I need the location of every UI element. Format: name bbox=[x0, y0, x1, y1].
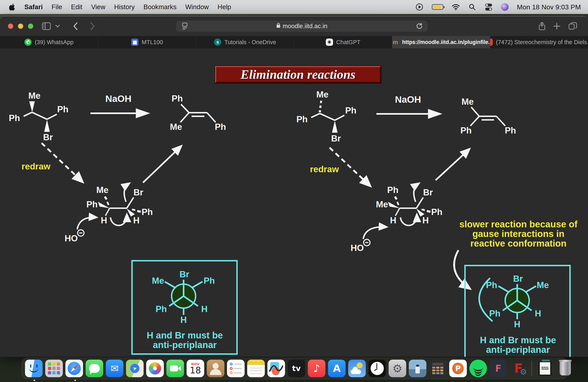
menu-item-file[interactable]: File bbox=[52, 3, 62, 11]
new-tab-icon[interactable] bbox=[553, 22, 560, 30]
reload-icon[interactable] bbox=[416, 23, 423, 30]
youtube-favicon: ▶ bbox=[490, 38, 493, 46]
tab-label: MTL100 bbox=[142, 39, 163, 46]
tab-whatsapp[interactable]: ✆ (39) WhatsApp bbox=[0, 36, 98, 48]
freeform-dock-icon[interactable] bbox=[267, 360, 285, 377]
tab-overview-icon[interactable] bbox=[568, 22, 577, 30]
left-sawhorse-structure: Me Ph H Br Ph H HO bbox=[64, 183, 153, 243]
flashcards-f-dock-icon[interactable]: F bbox=[490, 360, 507, 377]
svg-text:anti-periplanar: anti-periplanar bbox=[153, 340, 217, 350]
left-product-structure: Ph Me Ph bbox=[170, 94, 226, 132]
menu-item-help[interactable]: Help bbox=[218, 3, 231, 11]
pdf-slide: Elimination reactions Me Ph Ph bbox=[0, 48, 588, 357]
clock-dock-icon[interactable] bbox=[368, 360, 386, 377]
svg-text:H: H bbox=[201, 304, 208, 314]
apple-tv-dock-icon[interactable]: tv bbox=[288, 360, 305, 377]
svg-text:Ph: Ph bbox=[215, 122, 226, 132]
svg-text:Ph: Ph bbox=[345, 105, 357, 115]
url-domain-text: moodle.iitd.ac.in bbox=[283, 22, 327, 30]
right-reactant-structure: Me Ph Ph Br bbox=[296, 90, 357, 143]
svg-text:redraw: redraw bbox=[21, 161, 51, 171]
apple-menu-icon[interactable] bbox=[9, 3, 16, 11]
music-dock-icon[interactable]: ♪ bbox=[308, 360, 325, 377]
safari-dock-icon[interactable] bbox=[65, 360, 83, 377]
minimize-window-button[interactable] bbox=[18, 24, 23, 29]
whatsapp-favicon: ✆ bbox=[24, 38, 32, 46]
dock-separator bbox=[532, 361, 532, 376]
reminders-dock-icon[interactable] bbox=[227, 360, 245, 377]
menu-item-view[interactable]: View bbox=[91, 3, 105, 11]
svg-text:H: H bbox=[133, 215, 140, 225]
right-product-structure: Me Ph Ph bbox=[461, 97, 516, 135]
right-newman-box: Br Ph Me Ph H H H and Br must be anti-pe… bbox=[465, 266, 570, 357]
menu-item-window[interactable]: Window bbox=[185, 3, 209, 11]
menu-item-history[interactable]: History bbox=[114, 3, 135, 11]
address-bar[interactable]: moodle.iitd.ac.in bbox=[176, 20, 428, 32]
tab-moodle-pluginfile-active[interactable]: ✕ m https://moodle.iitd.ac.in/pluginfile… bbox=[392, 36, 490, 48]
svg-text:Ph: Ph bbox=[86, 199, 98, 209]
menu-item-bookmarks[interactable]: Bookmarks bbox=[143, 3, 176, 11]
menu-item-edit[interactable]: Edit bbox=[71, 3, 83, 11]
trash-dock-icon[interactable] bbox=[556, 360, 574, 377]
messages-dock-icon[interactable] bbox=[85, 360, 103, 377]
battery-icon[interactable] bbox=[432, 4, 443, 10]
freecad-dock-icon[interactable]: F ⚙ bbox=[510, 360, 527, 377]
weather-dock-icon[interactable] bbox=[348, 360, 366, 377]
freecad-gear-icon: ⚙ bbox=[520, 367, 527, 376]
play-status-icon[interactable] bbox=[415, 3, 423, 11]
spotlight-search-icon[interactable] bbox=[468, 3, 476, 11]
notes-dock-icon[interactable] bbox=[247, 360, 265, 377]
facetime-dock-icon[interactable] bbox=[167, 360, 184, 377]
tab-label: (7472) Stereochemistry of the Diels… bbox=[496, 39, 588, 46]
menu-bar-clock[interactable]: Mon 18 Nov 9:03 PM bbox=[517, 3, 581, 11]
safari-running-indicator bbox=[74, 380, 76, 381]
control-center-icon[interactable] bbox=[484, 3, 493, 11]
tab-mtl100[interactable]: ▦ MTL100 bbox=[98, 36, 196, 48]
back-button[interactable] bbox=[73, 22, 78, 30]
right-redraw-annotation: redraw bbox=[310, 148, 370, 186]
left-to-product-arrow bbox=[143, 146, 181, 183]
forward-button[interactable] bbox=[90, 22, 95, 30]
svg-text:Me: Me bbox=[316, 90, 328, 99]
active-app-name[interactable]: Safari bbox=[24, 3, 43, 11]
svg-text:Br: Br bbox=[423, 187, 433, 197]
siri-icon[interactable] bbox=[501, 3, 509, 11]
tab-youtube-stereochemistry[interactable]: ▶ (7472) Stereochemistry of the Diels… bbox=[490, 36, 588, 48]
tab-label: Tutorials - OneDrive bbox=[224, 39, 276, 46]
svg-text:Ph: Ph bbox=[461, 125, 472, 135]
powerpoint-dock-icon[interactable]: P bbox=[449, 360, 467, 377]
close-window-button[interactable] bbox=[8, 24, 13, 29]
contacts-dock-icon[interactable] bbox=[207, 360, 224, 377]
tab-bar: ✆ (39) WhatsApp ▦ MTL100 s Tutorials - O… bbox=[0, 36, 588, 48]
note-pointer-arrow bbox=[454, 250, 470, 288]
mail-dock-icon[interactable]: ✉ bbox=[106, 360, 123, 377]
document-nln101-dock-icon[interactable]: NLN101 REVIEW bbox=[536, 360, 554, 377]
tab-chatgpt[interactable]: ✳ ChatGPT bbox=[294, 36, 392, 48]
share-icon[interactable] bbox=[538, 22, 546, 31]
finder-dock-icon[interactable] bbox=[25, 360, 42, 377]
moodle-course-favicon: ▦ bbox=[131, 38, 138, 46]
menu-bar: Safari File Edit View History Bookmarks … bbox=[0, 0, 588, 14]
sidebar-chevron-icon[interactable] bbox=[55, 25, 60, 28]
photo-booth-dock-icon[interactable] bbox=[409, 360, 426, 377]
right-to-product-arrow bbox=[436, 149, 469, 180]
svg-text:Br: Br bbox=[43, 132, 53, 142]
tab-label: ChatGPT bbox=[336, 39, 360, 46]
sidebar-toggle-icon[interactable] bbox=[42, 22, 51, 30]
system-settings-dock-icon[interactable]: ⚙ bbox=[389, 360, 406, 377]
svg-text:Br: Br bbox=[331, 134, 341, 143]
wifi-icon[interactable] bbox=[452, 3, 460, 11]
chemistry-drawing: Me Ph Ph Br NaOH Ph Me bbox=[0, 48, 588, 357]
calculator-dock-icon[interactable] bbox=[429, 360, 447, 377]
calendar-dock-icon[interactable]: NOV 18 bbox=[187, 360, 204, 377]
spotify-dock-icon[interactable] bbox=[469, 360, 487, 377]
zoom-window-button[interactable] bbox=[28, 24, 33, 29]
maps-dock-icon[interactable]: ➤ bbox=[126, 360, 144, 377]
svg-text:HO: HO bbox=[351, 243, 364, 253]
launchpad-dock-icon[interactable] bbox=[45, 360, 63, 377]
tab-onedrive-tutorials[interactable]: s Tutorials - OneDrive bbox=[196, 36, 294, 48]
app-store-dock-icon[interactable]: A bbox=[328, 360, 346, 377]
photos-dock-icon[interactable] bbox=[146, 360, 164, 377]
svg-text:Me: Me bbox=[462, 97, 474, 107]
reader-view-icon[interactable] bbox=[181, 22, 189, 30]
